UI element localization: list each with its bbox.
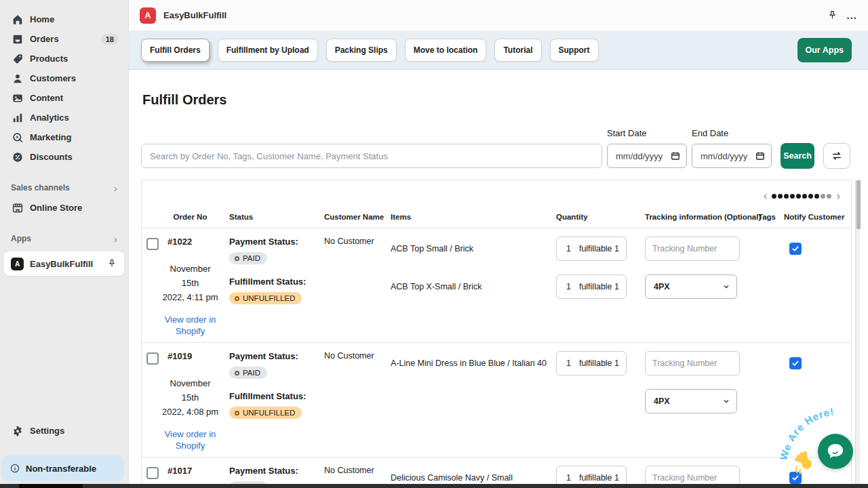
notify-customer-checkbox[interactable] bbox=[789, 357, 802, 369]
tab-support[interactable]: Support bbox=[550, 39, 599, 62]
item-name: ACB Top Small / Brick bbox=[391, 237, 541, 261]
payment-status-label: Payment Status: bbox=[229, 466, 311, 476]
notify-customer-checkbox[interactable] bbox=[789, 472, 802, 484]
sidebar-item-label: Home bbox=[30, 14, 119, 24]
start-date-input[interactable]: mm/dd/yyyy bbox=[607, 144, 687, 168]
tab-packing-slips[interactable]: Packing Slips bbox=[326, 39, 397, 62]
carrier-select[interactable]: 4PX bbox=[645, 274, 737, 299]
sidebar-item-marketing[interactable]: Marketing bbox=[0, 127, 128, 147]
easybulkfulfill-logo: A bbox=[140, 7, 156, 24]
tab-fulfillment-by-upload[interactable]: Fulfillment by Upload bbox=[218, 39, 318, 62]
row-select-checkbox[interactable] bbox=[146, 238, 159, 250]
store-icon bbox=[11, 201, 24, 214]
scrollbar-thumb[interactable] bbox=[856, 180, 861, 229]
vertical-scrollbar[interactable] bbox=[855, 180, 860, 484]
page-title: Fulfill Orders bbox=[142, 92, 226, 108]
sidebar-item-label: Online Store bbox=[30, 203, 119, 213]
chat-widget-button[interactable] bbox=[818, 434, 853, 469]
chevron-down-icon bbox=[722, 283, 730, 291]
row-select-checkbox[interactable] bbox=[146, 352, 159, 365]
sidebar-item-discounts[interactable]: Discounts bbox=[0, 147, 128, 167]
fulfillment-status-badge: UNFULFILLED bbox=[229, 292, 302, 304]
badge-dot-icon bbox=[235, 296, 239, 301]
col-order-no: Order No bbox=[161, 213, 219, 221]
payment-status-badge: PAID bbox=[229, 252, 267, 264]
bar-chart-icon bbox=[11, 111, 24, 124]
tab-move-to-location[interactable]: Move to location bbox=[405, 39, 487, 62]
row-select-checkbox[interactable] bbox=[146, 467, 159, 479]
app-tabbar: Fulfill Orders Fulfillment by Upload Pac… bbox=[129, 30, 868, 70]
search-button[interactable]: Search bbox=[781, 143, 814, 169]
calendar-icon[interactable] bbox=[755, 151, 765, 161]
badge-dot-icon bbox=[235, 411, 239, 415]
refresh-button[interactable] bbox=[823, 143, 850, 169]
carrier-select[interactable]: 4PX bbox=[645, 389, 737, 413]
tab-fulfill-orders[interactable]: Fulfill Orders bbox=[141, 39, 210, 62]
more-menu-icon[interactable]: ... bbox=[846, 9, 857, 21]
quantity-input[interactable]: 1fulfillable 1 bbox=[556, 274, 627, 299]
calendar-icon[interactable] bbox=[671, 151, 680, 161]
payment-status-label: Payment Status: bbox=[229, 237, 311, 247]
item-name: ACB Top X-Small / Brick bbox=[391, 274, 541, 299]
fulfillment-status-label: Fulfillment Status: bbox=[229, 277, 311, 287]
tab-tutorial[interactable]: Tutorial bbox=[494, 39, 541, 62]
end-date-input[interactable]: mm/dd/yyyy bbox=[692, 144, 772, 168]
col-notify-customer: Notify Customer bbox=[781, 213, 852, 221]
sales-channels-header[interactable]: Sales channels › bbox=[0, 180, 128, 195]
sidebar-item-online-store[interactable]: Online Store bbox=[0, 198, 128, 218]
quantity-input[interactable]: 1fulfillable 1 bbox=[556, 351, 627, 375]
non-transferable-banner[interactable]: Non-transferable bbox=[1, 455, 124, 481]
sidebar-item-analytics[interactable]: Analytics bbox=[0, 108, 128, 127]
orders-count-badge: 18 bbox=[101, 34, 119, 45]
tag-icon bbox=[11, 52, 24, 65]
sidebar-item-customers[interactable]: Customers bbox=[0, 68, 128, 88]
scrollbar-thumb[interactable] bbox=[19, 484, 83, 488]
table-row: #1022 November 15th2022, 4:11 pm View or… bbox=[142, 228, 851, 343]
pin-icon[interactable] bbox=[827, 9, 838, 21]
col-status: Status bbox=[219, 213, 311, 221]
info-icon bbox=[9, 463, 20, 474]
order-number: #1017 bbox=[161, 466, 219, 476]
sidebar-nav: Home Orders 18 Products Customers Conten… bbox=[0, 9, 128, 167]
chevron-right-icon: › bbox=[114, 234, 117, 244]
our-apps-button[interactable]: Our Apps bbox=[797, 38, 852, 62]
quantity-input[interactable]: 1fulfillable 1 bbox=[556, 237, 627, 261]
view-order-link[interactable]: View order in Shopify bbox=[161, 428, 219, 451]
app-title: EasyBulkFulfill bbox=[163, 10, 827, 20]
sidebar-item-settings[interactable]: Settings bbox=[0, 421, 128, 441]
notify-customer-checkbox[interactable] bbox=[789, 243, 802, 255]
pagination-prev-icon[interactable]: ‹ bbox=[762, 190, 769, 201]
pagination-dots[interactable] bbox=[771, 189, 832, 201]
tracking-number-input[interactable]: Tracking Number bbox=[645, 237, 740, 261]
horizontal-scrollbar[interactable] bbox=[0, 484, 868, 488]
order-date: November 15th2022, 4:11 pm bbox=[161, 262, 219, 304]
search-input[interactable] bbox=[141, 144, 602, 168]
sidebar-item-easybulkfulfill[interactable]: A EasyBulkFulfill bbox=[4, 251, 124, 276]
shopify-sidebar: Home Orders 18 Products Customers Conten… bbox=[0, 0, 129, 488]
apps-header[interactable]: Apps › bbox=[0, 231, 128, 246]
pagination-next-icon[interactable]: › bbox=[835, 190, 842, 201]
customer-name: No Customer bbox=[311, 351, 378, 451]
badge-dot-icon bbox=[235, 371, 239, 375]
sidebar-item-orders[interactable]: Orders 18 bbox=[0, 29, 128, 49]
discount-icon bbox=[11, 150, 24, 163]
image-icon bbox=[11, 92, 24, 104]
pin-icon[interactable] bbox=[106, 258, 117, 269]
home-icon bbox=[11, 13, 24, 26]
chevron-down-icon bbox=[722, 397, 730, 405]
refresh-icon bbox=[831, 150, 843, 162]
sidebar-item-label: Analytics bbox=[30, 113, 119, 123]
fulfillment-status-badge: UNFULFILLED bbox=[229, 407, 302, 419]
view-order-link[interactable]: View order in Shopify bbox=[161, 314, 219, 337]
sidebar-item-home[interactable]: Home bbox=[0, 9, 128, 29]
sidebar-item-label: Discounts bbox=[30, 152, 119, 162]
col-customer-name: Customer Name bbox=[311, 213, 378, 221]
tags-cell bbox=[753, 237, 781, 337]
sidebar-item-label: Marketing bbox=[30, 132, 119, 142]
sidebar-item-content[interactable]: Content bbox=[0, 88, 128, 108]
orders-table-card: ‹ › Order No Status Customer Name Items … bbox=[141, 180, 852, 488]
sidebar-item-label: Customers bbox=[30, 73, 119, 83]
tracking-number-input[interactable]: Tracking Number bbox=[645, 351, 740, 375]
person-icon bbox=[11, 72, 24, 85]
sidebar-item-products[interactable]: Products bbox=[0, 49, 128, 68]
